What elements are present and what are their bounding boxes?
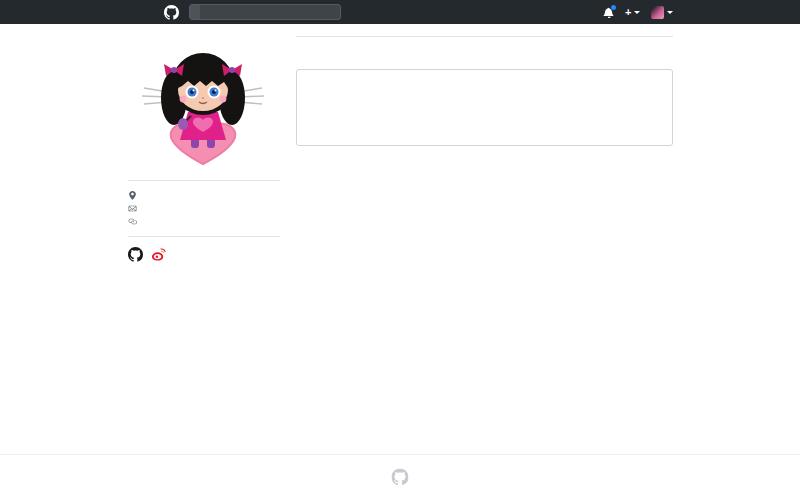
page: + bbox=[0, 0, 800, 500]
divider bbox=[128, 180, 280, 181]
page-footer bbox=[0, 454, 800, 500]
location-pin-icon bbox=[128, 191, 137, 200]
create-new-button[interactable]: + bbox=[625, 6, 639, 18]
navbar-avatar bbox=[651, 6, 664, 19]
github-logo-icon[interactable] bbox=[164, 5, 179, 20]
contribution-calendar bbox=[296, 69, 673, 146]
main-column bbox=[296, 36, 673, 444]
notifications-bell-icon[interactable] bbox=[603, 7, 614, 18]
user-menu[interactable] bbox=[651, 6, 673, 19]
notification-dot bbox=[611, 5, 616, 10]
profile-email bbox=[128, 204, 280, 213]
top-navbar: + bbox=[0, 0, 800, 24]
profile-avatar bbox=[128, 36, 278, 166]
search-box bbox=[189, 4, 341, 20]
search-scope-label bbox=[190, 5, 200, 19]
tabs bbox=[296, 36, 673, 37]
profile-website bbox=[128, 217, 280, 226]
footer-github-logo-icon bbox=[392, 468, 409, 487]
search-input[interactable] bbox=[200, 8, 340, 17]
profile-location bbox=[128, 191, 280, 200]
divider bbox=[128, 236, 280, 237]
mail-icon bbox=[128, 204, 137, 213]
chevron-down-icon bbox=[667, 11, 673, 14]
link-icon bbox=[128, 217, 137, 226]
contribution-graph bbox=[307, 78, 662, 134]
profile-sidebar bbox=[128, 36, 280, 444]
weibo-social-icon[interactable] bbox=[151, 247, 166, 262]
github-social-icon[interactable] bbox=[128, 247, 143, 262]
